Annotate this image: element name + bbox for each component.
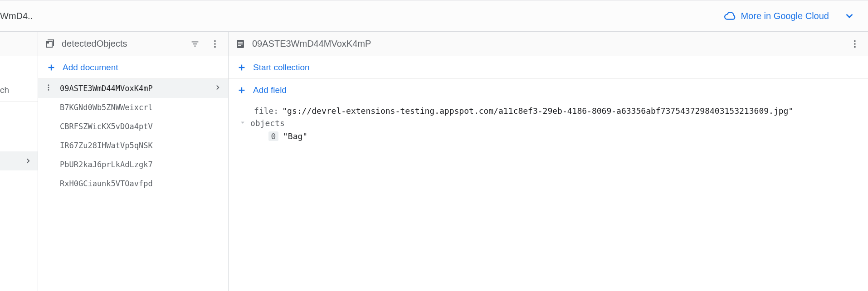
workspace: ch detectedObjects Add document 09ASTE3W… <box>0 32 868 291</box>
document-overflow-button[interactable] <box>848 37 862 51</box>
document-list-item[interactable]: 09ASTE3WmD44MVoxK4mP <box>38 79 228 98</box>
svg-point-9 <box>48 84 49 86</box>
document-id: RxH0GCiaunk5VTOavfpd <box>60 179 222 188</box>
field-row-objects[interactable]: objects <box>239 118 858 128</box>
collection-icon <box>44 39 55 49</box>
more-in-cloud-link[interactable]: More in Google Cloud <box>724 10 855 22</box>
collection-title: detectedObjects <box>62 39 182 49</box>
field-key: objects <box>250 118 285 128</box>
start-collection-label: Start collection <box>253 63 310 73</box>
filter-icon <box>190 39 200 49</box>
document-icon <box>235 39 246 49</box>
triangle-down-icon <box>239 118 247 126</box>
document-list-item[interactable]: RxH0GCiaunk5VTOavfpd <box>38 174 228 193</box>
svg-point-11 <box>48 89 49 91</box>
kebab-icon <box>44 83 53 92</box>
svg-rect-0 <box>47 42 49 44</box>
svg-rect-14 <box>238 44 243 44</box>
breadcrumb-tail: WmD4.. <box>0 11 33 21</box>
document-id: CBRFSZWicKX5vDOa4ptV <box>60 122 222 131</box>
field-value: "gs://devrel-extensions-testing.appspot.… <box>282 106 793 116</box>
collapse-toggle[interactable] <box>239 118 247 126</box>
document-list: 09ASTE3WmD44MVoxK4mPB7KGNd0Wb5ZNWWeixcrl… <box>38 79 228 193</box>
kebab-icon <box>210 39 220 49</box>
document-list-item[interactable]: IR67Zu28IHWatVp5qNSK <box>38 136 228 155</box>
add-document-button[interactable]: Add document <box>38 56 228 79</box>
document-pane: 09ASTE3WmD44MVoxK4mP Start collection Ad… <box>229 32 868 291</box>
svg-point-4 <box>214 40 216 42</box>
array-value: "Bag" <box>283 131 307 141</box>
breadcrumb-bar: WmD4.. More in Google Cloud <box>0 0 868 32</box>
add-field-button[interactable]: Add field <box>229 79 868 102</box>
document-id: 09ASTE3WmD44MVoxK4mP <box>60 84 214 93</box>
document-id: B7KGNd0Wb5ZNWWeixcrl <box>60 103 222 112</box>
more-in-cloud-label: More in Google Cloud <box>741 11 829 21</box>
collection-overflow-button[interactable] <box>208 37 222 51</box>
field-row-file[interactable]: file: "gs://devrel-extensions-testing.ap… <box>239 106 858 116</box>
svg-point-16 <box>854 40 856 42</box>
svg-rect-15 <box>238 45 241 46</box>
kebab-icon <box>850 39 860 49</box>
start-collection-button[interactable]: Start collection <box>229 56 868 79</box>
root-peek-row[interactable]: ch <box>0 79 38 102</box>
svg-point-17 <box>854 43 856 45</box>
add-document-label: Add document <box>63 63 118 73</box>
root-pane: ch <box>0 32 38 291</box>
svg-rect-13 <box>238 42 243 43</box>
plus-icon <box>46 63 56 73</box>
document-title: 09ASTE3WmD44MVoxK4mP <box>252 39 842 49</box>
root-peek-label: ch <box>0 85 9 95</box>
filter-button[interactable] <box>188 37 202 51</box>
root-action-row[interactable] <box>0 56 38 79</box>
collection-pane-header: detectedObjects <box>38 32 228 56</box>
field-key: file: <box>254 106 278 116</box>
collection-pane: detectedObjects Add document 09ASTE3WmD4… <box>38 32 229 291</box>
array-index: 0 <box>268 131 278 141</box>
cloud-icon <box>724 10 736 22</box>
root-selected-row[interactable] <box>0 151 38 170</box>
plus-icon <box>237 63 247 73</box>
add-field-label: Add field <box>253 85 287 95</box>
document-list-item[interactable]: CBRFSZWicKX5vDOa4ptV <box>38 117 228 136</box>
svg-marker-23 <box>241 122 244 124</box>
fields-area: file: "gs://devrel-extensions-testing.ap… <box>229 102 868 150</box>
document-id: PbUR2kaJ6prLkAdLzgk7 <box>60 160 222 169</box>
document-item-menu[interactable] <box>44 83 55 93</box>
document-list-item[interactable]: B7KGNd0Wb5ZNWWeixcrl <box>38 98 228 117</box>
plus-icon <box>237 85 247 95</box>
chevron-right-icon <box>214 83 222 93</box>
array-item[interactable]: 0"Bag" <box>268 131 858 141</box>
svg-point-10 <box>48 87 49 88</box>
document-id: IR67Zu28IHWatVp5qNSK <box>60 141 222 150</box>
svg-point-5 <box>214 43 216 45</box>
chevron-right-icon <box>24 157 32 165</box>
svg-point-18 <box>854 46 856 48</box>
document-pane-header: 09ASTE3WmD44MVoxK4mP <box>229 32 868 56</box>
svg-point-6 <box>214 46 216 48</box>
root-pane-header <box>0 32 38 56</box>
document-list-item[interactable]: PbUR2kaJ6prLkAdLzgk7 <box>38 155 228 174</box>
chevron-down-icon <box>844 10 855 22</box>
